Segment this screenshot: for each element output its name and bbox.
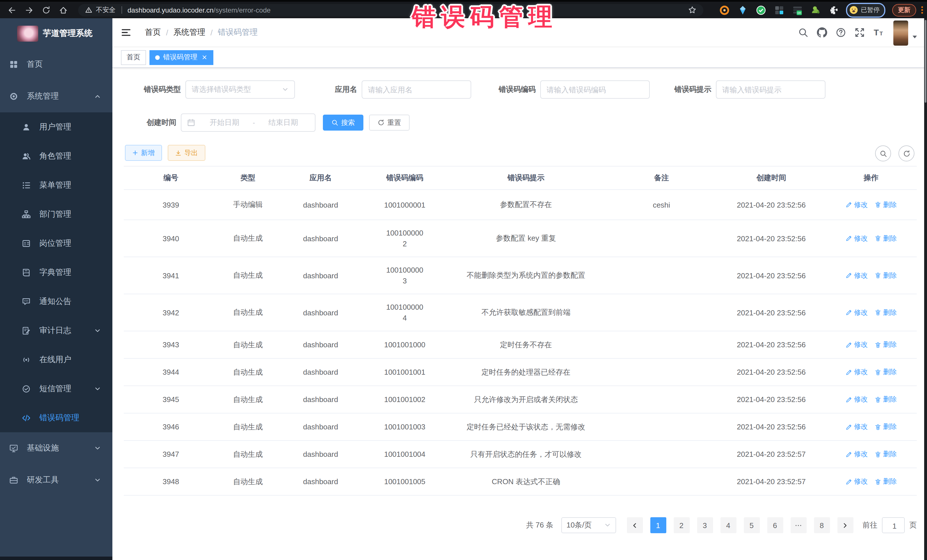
hamburger-icon[interactable] (121, 27, 131, 38)
delete-link[interactable]: 删除 (874, 477, 897, 486)
sidebar-item-dict[interactable]: 字典管理 (0, 258, 112, 287)
sidebar-item-dept[interactable]: 部门管理 (0, 200, 112, 229)
sidebar-item-error-code[interactable]: 错误码管理 (0, 403, 112, 432)
edit-link[interactable]: 修改 (845, 449, 868, 459)
font-size-icon[interactable]: TT (873, 27, 884, 38)
sidebar-item-user[interactable]: 用户管理 (0, 112, 112, 141)
delete-link[interactable]: 删除 (874, 395, 897, 404)
error-code-type-select[interactable]: 请选择错误码类型 (185, 80, 295, 99)
sidebar-item-post[interactable]: 岗位管理 (0, 229, 112, 258)
edit-link[interactable]: 修改 (845, 234, 868, 243)
sidebar-item-audit-log[interactable]: 审计日志 (0, 316, 112, 345)
page-button-3[interactable]: 3 (697, 517, 713, 533)
error-code-input-field[interactable] (541, 81, 649, 98)
page-button-8[interactable]: 8 (814, 517, 830, 533)
help-icon[interactable] (836, 27, 846, 38)
browser-update-button[interactable]: 更新 (892, 4, 916, 16)
sidebar-item-online-user[interactable]: 在线用户 (0, 345, 112, 374)
pagination-ellipsis[interactable] (790, 517, 806, 533)
sidebar-item-notice[interactable]: 通知公告 (0, 287, 112, 316)
edit-link[interactable]: 修改 (845, 422, 868, 432)
header-search-icon[interactable] (798, 27, 808, 38)
sidebar-item-devtools[interactable]: 研发工具 (0, 464, 112, 496)
edit-link[interactable]: 修改 (845, 308, 868, 317)
delete-link[interactable]: 删除 (874, 367, 897, 377)
browser-reload-icon[interactable] (42, 5, 51, 15)
sidebar-item-system[interactable]: 系统管理 (0, 80, 112, 112)
goto-page-input[interactable] (882, 517, 905, 533)
url-path[interactable]: /system/error-code (214, 6, 271, 14)
reset-button[interactable]: 重置 (369, 115, 410, 131)
page-button-5[interactable]: 5 (744, 517, 760, 533)
extension-key-icon[interactable] (811, 5, 821, 15)
browser-profile-chip[interactable]: 已暂停 (846, 3, 885, 17)
extension-orange-icon[interactable] (719, 5, 729, 15)
page-button-4[interactable]: 4 (720, 517, 736, 533)
sidebar-item-infra[interactable]: 基础设施 (0, 432, 112, 464)
tab-tag-inactive[interactable]: 首页 (121, 50, 146, 65)
date-end-input[interactable]: 结束日期 (256, 117, 310, 128)
sidebar-logo[interactable]: 芋道管理系统 (0, 18, 112, 49)
delete-link[interactable]: 删除 (874, 234, 897, 243)
app-name-input[interactable] (362, 80, 471, 99)
page-button-2[interactable]: 2 (673, 517, 689, 533)
date-range-picker[interactable]: 开始日期 - 结束日期 (181, 114, 316, 132)
edit-link[interactable]: 修改 (845, 340, 868, 349)
sidebar-item-home[interactable]: 首页 (0, 49, 112, 80)
page-button-6[interactable]: 6 (767, 517, 783, 533)
edit-link[interactable]: 修改 (845, 395, 868, 404)
edit-link[interactable]: 修改 (845, 477, 868, 486)
delete-link[interactable]: 删除 (874, 422, 897, 432)
date-start-input[interactable]: 开始日期 (198, 117, 252, 128)
address-bar[interactable]: 不安全 dashboard.yudao.iocoder.cn/system/er… (78, 4, 704, 16)
browser-home-icon[interactable] (59, 5, 68, 15)
delete-link[interactable]: 删除 (874, 308, 897, 317)
bookmark-star-icon[interactable] (688, 6, 696, 14)
cell: 2021-04-20 23:52:56 (717, 308, 825, 317)
search-button[interactable]: 搜索 (323, 115, 363, 131)
scrollbar-thumb[interactable] (925, 20, 926, 103)
export-button[interactable]: 导出 (168, 145, 205, 161)
breadcrumb-item[interactable]: 首页 (145, 27, 161, 38)
prev-page-button[interactable] (627, 517, 643, 533)
extension-tabs-on-icon[interactable]: on (792, 5, 802, 15)
refresh-table-button[interactable] (898, 146, 915, 161)
page-button-1[interactable]: 1 (650, 517, 666, 533)
delete-link[interactable]: 删除 (874, 449, 897, 459)
delete-link[interactable]: 删除 (874, 270, 897, 280)
error-msg-input[interactable] (716, 80, 825, 99)
extension-puzzle-icon[interactable] (829, 5, 839, 15)
url-host[interactable]: dashboard.yudao.iocoder.cn (128, 6, 214, 14)
security-label[interactable]: 不安全 (96, 6, 115, 14)
app-name-input-field[interactable] (362, 81, 471, 98)
delete-link[interactable]: 删除 (874, 200, 897, 209)
extension-grid-icon[interactable] (774, 5, 784, 15)
tag-close-icon[interactable] (201, 54, 208, 61)
user-avatar[interactable] (894, 21, 908, 46)
browser-back-icon[interactable] (8, 5, 17, 15)
security-warning-icon[interactable] (85, 6, 93, 14)
page-size-select[interactable]: 10条/页 (561, 517, 616, 533)
sidebar-item-menu[interactable]: 菜单管理 (0, 170, 112, 200)
avatar-caret-icon[interactable] (912, 33, 918, 39)
browser-forward-icon[interactable] (24, 5, 33, 15)
breadcrumb-item[interactable]: 系统管理 (173, 27, 205, 38)
error-msg-input-field[interactable] (716, 81, 825, 98)
github-icon[interactable] (817, 27, 827, 38)
next-page-button[interactable] (837, 517, 853, 533)
page-scrollbar[interactable] (924, 18, 927, 560)
browser-menu-icon[interactable] (921, 5, 923, 15)
sidebar-item-role[interactable]: 角色管理 (0, 141, 112, 170)
delete-link[interactable]: 删除 (874, 340, 897, 349)
add-button[interactable]: 新增 (125, 145, 162, 161)
sidebar-item-sms[interactable]: 短信管理 (0, 374, 112, 403)
fullscreen-icon[interactable] (854, 27, 865, 38)
edit-link[interactable]: 修改 (845, 367, 868, 377)
show-search-toggle-button[interactable] (875, 146, 891, 161)
edit-link[interactable]: 修改 (845, 270, 868, 280)
extension-gem-icon[interactable] (738, 5, 748, 15)
edit-link[interactable]: 修改 (845, 200, 868, 209)
error-code-input[interactable] (540, 80, 650, 99)
tab-tag-active[interactable]: 错误码管理 (149, 50, 213, 65)
extension-green-check-icon[interactable] (756, 5, 766, 15)
